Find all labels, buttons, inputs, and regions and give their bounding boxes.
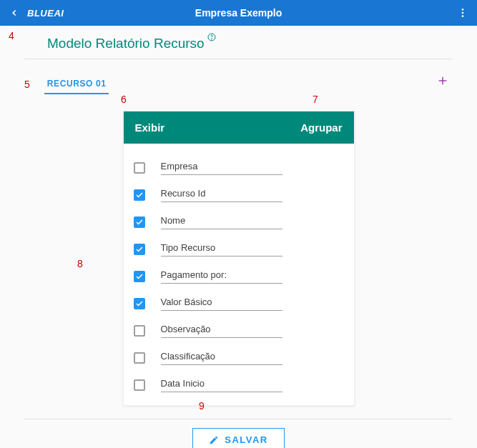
field-label: Valor Básico (161, 297, 282, 311)
field-label: Nome (161, 215, 282, 229)
field-checkbox[interactable] (134, 352, 145, 364)
field-checkbox[interactable] (134, 189, 145, 201)
card-header-agrupar[interactable]: Agrupar (300, 121, 342, 134)
chevron-left-icon (9, 8, 19, 18)
page-title-text: Modelo Relatório Recurso (47, 36, 205, 51)
fields-card: Exibir Agrupar EmpresaRecurso IdNomeTipo… (123, 111, 355, 406)
save-row: SALVAR (24, 428, 453, 448)
bottom-divider (24, 419, 453, 419)
field-checkbox[interactable] (134, 162, 145, 174)
header-title: Empresa Exemplo (195, 7, 282, 19)
annotation-8: 8 (77, 258, 83, 269)
field-row: Valor Básico (134, 297, 344, 311)
field-label: Classificação (161, 351, 282, 365)
field-row: Pagamento por: (134, 269, 344, 284)
more-vert-icon (457, 7, 468, 19)
field-row: Data Inicio (134, 378, 344, 392)
field-row: Recurso Id (134, 188, 344, 202)
field-label: Tipo Recurso (161, 242, 282, 257)
help-icon[interactable] (207, 33, 216, 43)
annotation-4: 4 (9, 30, 14, 41)
check-icon (135, 272, 144, 281)
field-checkbox[interactable] (134, 244, 145, 255)
card-body: EmpresaRecurso IdNomeTipo RecursoPagamen… (124, 144, 354, 405)
check-icon (135, 218, 144, 227)
check-icon (135, 191, 144, 199)
save-button[interactable]: SALVAR (192, 428, 285, 448)
title-divider (24, 59, 453, 59)
field-row: Nome (134, 215, 344, 229)
card-header: Exibir Agrupar (124, 111, 354, 144)
svg-point-1 (462, 12, 464, 14)
field-label: Pagamento por: (161, 269, 282, 284)
svg-point-4 (211, 39, 212, 39)
annotation-7: 7 (313, 94, 318, 105)
svg-point-0 (462, 9, 464, 11)
tabs-row: 5 RECURSO 01 6 7 (24, 72, 453, 96)
svg-point-2 (462, 15, 464, 17)
field-label: Empresa (161, 161, 282, 175)
annotation-6: 6 (121, 94, 127, 105)
overflow-menu-button[interactable] (454, 4, 471, 21)
tab-recurso-01[interactable]: RECURSO 01 (44, 74, 109, 94)
save-button-label: SALVAR (225, 434, 268, 445)
plus-icon (437, 75, 448, 86)
annotation-5: 5 (24, 79, 30, 90)
field-label: Data Inicio (161, 378, 282, 392)
field-row: Empresa (134, 161, 344, 175)
back-button[interactable] (6, 4, 23, 21)
app-logo: BLUEAI (27, 8, 64, 19)
card-header-exibir[interactable]: Exibir (135, 121, 165, 134)
add-tab-button[interactable] (433, 72, 453, 91)
field-label: Observação (161, 324, 282, 338)
field-checkbox[interactable] (134, 298, 145, 309)
field-checkbox[interactable] (134, 271, 145, 282)
page-title: Modelo Relatório Recurso (47, 36, 205, 51)
check-icon (135, 245, 144, 254)
field-checkbox[interactable] (134, 325, 145, 337)
app-header: BLUEAI Empresa Exemplo (0, 0, 477, 26)
field-row: Observação (134, 324, 344, 338)
field-checkbox[interactable] (134, 216, 145, 228)
check-icon (135, 299, 144, 308)
field-row: Tipo Recurso (134, 242, 344, 257)
field-row: Classificação (134, 351, 344, 365)
field-checkbox[interactable] (134, 379, 145, 391)
pencil-icon (209, 435, 219, 445)
field-label: Recurso Id (161, 188, 282, 202)
